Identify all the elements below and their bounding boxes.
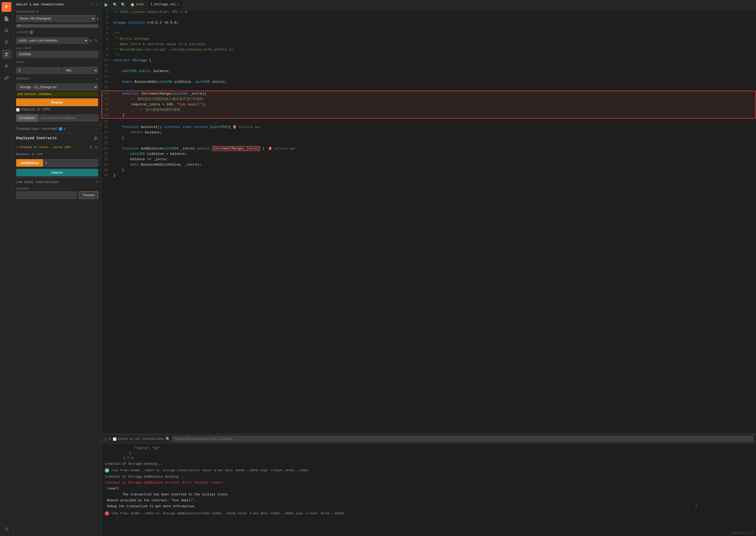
info-circle-icon: ℹ: [64, 127, 66, 131]
deploy-button[interactable]: Deploy: [16, 98, 98, 106]
code-line-17: 17 // 修饰器是对函数的输入输出条件进行约束的: [102, 96, 755, 102]
contract-group: CONTRACT ↻: [13, 76, 101, 84]
account-group: ACCOUNT +: [13, 29, 101, 37]
tab-storage[interactable]: 1_Storage.sol ✕: [147, 0, 183, 10]
remix-logo-icon[interactable]: R: [2, 2, 11, 12]
run-button[interactable]: ▶: [102, 0, 111, 10]
code-line-2: 2: [102, 15, 756, 20]
zoom-out-button[interactable]: 🔍: [111, 1, 119, 9]
publish-ipfs-checkbox[interactable]: [16, 108, 19, 112]
chevron-right-icon[interactable]: ›: [96, 2, 98, 7]
console-creation-pending: creation of Storage pending...: [105, 461, 753, 466]
unit-select[interactable]: Wei: [62, 67, 98, 74]
copy-icon[interactable]: ⎘: [127, 455, 129, 460]
checkmark-icon[interactable]: ✓: [92, 2, 94, 7]
settings-icon[interactable]: [2, 524, 11, 534]
vm-badge: VM: [16, 24, 98, 28]
environment-info-icon[interactable]: ℹ: [97, 17, 98, 21]
debug-icon[interactable]: [2, 61, 11, 71]
home-icon: 🏠: [130, 3, 134, 7]
copy-instance-button[interactable]: ⎘: [89, 145, 93, 150]
listen-checkbox[interactable]: [113, 437, 117, 441]
file-icon[interactable]: [2, 14, 11, 24]
calldata-input[interactable]: [16, 191, 77, 199]
console-json-close2: ] ⎘ ⊞: [105, 455, 753, 460]
console-success-text: [vm] from: 0x5B3...eddC4 to: Storage.(co…: [111, 468, 753, 473]
plugin-icon[interactable]: [2, 73, 11, 83]
value-input[interactable]: [16, 67, 61, 74]
contract-select[interactable]: Storage - 1/1_Storage.sol: [16, 84, 98, 90]
deploy-icon[interactable]: [2, 50, 11, 59]
chevron-right-transactions: ›: [96, 127, 98, 131]
source-control-icon[interactable]: [2, 38, 11, 47]
low-level-title: Low level interactions: [16, 180, 59, 184]
expand-json-icon[interactable]: ⊞: [131, 455, 133, 460]
value-row: Wei: [13, 67, 101, 76]
tab-home[interactable]: 🏠 Home: [127, 0, 147, 10]
svg-point-3: [7, 41, 8, 42]
edit-account-button[interactable]: ✎: [94, 38, 98, 43]
code-line-24: 24 }: [102, 135, 756, 141]
help-icon[interactable]: ⚑: [37, 10, 39, 14]
gas-limit-label: GAS LIMIT: [16, 47, 98, 50]
tab-home-label: Home: [136, 3, 144, 7]
console-json-close1: }: [105, 451, 753, 455]
svg-point-17: [6, 528, 7, 530]
console-revert-label: revert: [105, 486, 753, 491]
credits: CSDN @华天之大坑: [731, 531, 754, 535]
plus-icon[interactable]: +: [30, 30, 33, 34]
console-search-icon: 🔍: [166, 437, 170, 441]
at-address-row: At Address Load contract from Address: [13, 114, 101, 124]
copy-account-button[interactable]: ⎘: [89, 38, 93, 43]
listen-checkbox-row: listen on all transactions: [113, 437, 164, 441]
load-contract-button[interactable]: Load contract from Address: [38, 115, 98, 121]
console-error-message: transact to Storage.addBalance errored: …: [105, 480, 753, 485]
panel-title: DEPLOY & RUN TRANSACTIONS: [16, 3, 64, 6]
add-balance-button[interactable]: addBalance: [16, 159, 43, 167]
code-line-18: 18 require(_incre > 100, "too small!");: [102, 102, 755, 107]
code-line-9: 9 */: [102, 52, 756, 58]
console-search-input[interactable]: [172, 436, 753, 442]
account-label: ACCOUNT +: [16, 30, 98, 34]
code-line-14: 14 event BalanceAdd(uint256 oldValue, ui…: [102, 79, 756, 85]
code-line-8: 8 * @custom:dev-run-script ./scripts/dep…: [102, 47, 756, 52]
transactions-row[interactable]: Transactions recorded 2 ℹ ›: [13, 124, 101, 133]
balance-button[interactable]: balance: [16, 169, 98, 176]
search-icon[interactable]: [2, 26, 11, 36]
console-area: ❯ 0 listen on all transactions 🔍 "incre"…: [102, 434, 756, 536]
zoom-in-button[interactable]: 🔍: [119, 1, 127, 9]
code-line-25: 25: [102, 141, 756, 146]
editor-area: ▶ 🔍 🔍 🏠 Home 1_Storage.sol ✕ 1 // SPDX-L…: [102, 0, 756, 434]
success-icon: ✓: [105, 468, 109, 473]
deployed-contracts-title: Deployed Contracts: [16, 136, 57, 140]
more-icon[interactable]: ⋯: [96, 180, 98, 184]
expand-icon[interactable]: ▾: [16, 146, 18, 149]
at-address-button[interactable]: At Address: [16, 114, 38, 122]
calldata-row: Transact: [13, 191, 101, 202]
value-group: VALUE: [13, 60, 101, 67]
gas-limit-input[interactable]: [16, 51, 98, 57]
add-balance-input[interactable]: [43, 159, 98, 167]
code-line-7: 7 * @dev Store & retrieve value in a var…: [102, 42, 756, 47]
panel-header-icons: ✓ ›: [92, 2, 98, 7]
console-error-tx-wrapper: ↓ ✕ [vm] from: 0x5B3...eddC4 to: Storage…: [105, 511, 753, 516]
publish-ipfs-label: Publish to IPFS: [21, 108, 50, 112]
evm-badge: evm version: shanghai: [16, 92, 98, 96]
error-icon: ✕: [105, 511, 109, 516]
console-chevron-icon[interactable]: ❯: [104, 437, 106, 441]
account-select[interactable]: 0x5B3...eddC4 (99.99999999...: [16, 37, 88, 44]
transact-button[interactable]: Transact: [79, 191, 98, 199]
code-line-26: 26 function addBalance(uint256 _incre) p…: [102, 146, 756, 151]
transactions-label: Transactions recorded: [16, 127, 57, 131]
clear-deployed-button[interactable]: 🗑: [93, 135, 98, 141]
code-line-15: 15: [102, 85, 756, 90]
close-instance-button[interactable]: ✕: [94, 145, 98, 150]
code-line-10: 10 contract Storage {: [102, 58, 756, 63]
chevron-down-icon: ⌄: [94, 161, 96, 165]
calldata-label: CALLDATA: [13, 186, 101, 191]
code-line-23: 23 return balance;: [102, 130, 756, 135]
console-toolbar: ❯ 0 listen on all transactions 🔍: [102, 434, 756, 444]
tab-close-icon[interactable]: ✕: [177, 2, 179, 7]
refresh-icon[interactable]: ↻: [96, 77, 98, 81]
environment-select[interactable]: Remix VM (Shanghai): [16, 15, 96, 22]
